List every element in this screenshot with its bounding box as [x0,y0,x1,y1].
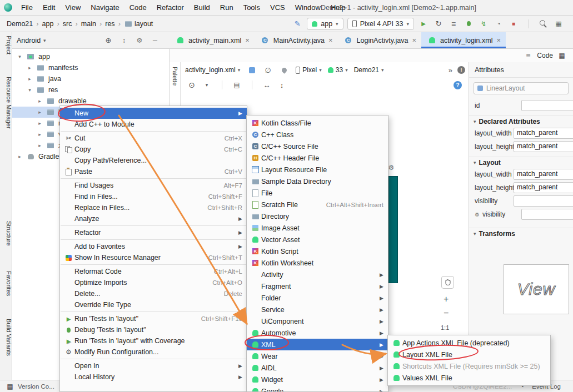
context-menu-item[interactable]: Replace in Files... Ctrl+Shift+R ▶ [60,202,247,213]
tree-item[interactable]: app [12,51,169,62]
context-menu-item[interactable]: ▶ [60,130,247,133]
zoom-in-button[interactable]: + [444,294,449,304]
context-menu-item[interactable]: Run 'Tests in 'layout'' with Coverage ▶ [60,335,247,346]
chevron-icon[interactable] [37,120,43,126]
submenu-item[interactable]: Directory ▶ [247,210,388,222]
submenu-item[interactable]: Vector Asset ▶ [247,234,388,245]
swap-h-icon[interactable] [261,79,272,91]
context-menu-item[interactable]: Add C++ to Module ▶ [60,119,247,130]
breadcrumb-item[interactable]: res [97,19,116,28]
breadcrumb-item[interactable]: main [73,19,97,28]
tool-window-button[interactable]: Favorites [0,271,12,296]
submenu-item[interactable]: App Actions XML File (deprecated) ▶ [388,337,550,349]
context-menu-item[interactable]: Override File Type ▶ [60,299,247,310]
section-transforms[interactable]: ▾ Transforms [469,228,573,239]
menubar-item[interactable]: View [60,0,86,15]
layout-file-selector[interactable]: activity_login.xml ▾ [185,66,240,74]
context-menu-item[interactable]: Find Usages Alt+F7 ▶ [60,180,247,191]
submenu-item[interactable]: XML ▶ [247,339,388,350]
context-menu-item[interactable]: Copy Ctrl+C ▶ [60,144,247,155]
submenu-item[interactable]: Kotlin Worksheet ▶ [247,257,388,269]
magnifier-icon[interactable] [538,18,549,29]
chevron-icon[interactable] [37,98,43,104]
palette-tab[interactable]: Palette [170,62,181,109]
layout-preview[interactable] [388,176,398,283]
run-configuration-selector[interactable]: app ▾ [307,18,343,30]
submenu-item[interactable]: C/C++ Header File ▶ [247,152,388,164]
zoom-ratio-button[interactable]: 1:1 [441,324,449,331]
stop-icon[interactable] [508,18,519,29]
submenu-item[interactable]: Shortcuts XML File (Requires minSdk >= 2… [388,360,550,372]
editor-tab[interactable]: LoginActivty.java × [338,32,421,48]
layers-icon[interactable] [231,79,242,91]
tree-item[interactable]: res [12,84,169,96]
context-menu-item[interactable]: Find in Files... Ctrl+Shift+F ▶ [60,191,247,202]
slash-circle-icon[interactable] [262,64,273,76]
breadcrumb-item[interactable]: app [34,19,54,28]
design-device-selector[interactable]: Pixel ▾ [296,66,322,74]
context-menu-item[interactable]: Refactor ▶ [60,227,247,238]
close-tab-icon[interactable]: × [412,36,416,44]
submenu-item[interactable]: AIDL ▶ [247,362,388,374]
gear-icon[interactable] [134,35,145,46]
menubar-item[interactable]: Edit [38,0,60,15]
code-mode-label[interactable]: Code [537,52,553,59]
submenu-item[interactable]: Automotive ▶ [247,327,388,339]
tree-item[interactable]: java [12,73,169,84]
section-layout[interactable]: ▾ Layout [469,157,573,168]
attribute-value-input[interactable] [514,195,573,207]
submenu-item[interactable]: Service ▶ [247,304,388,315]
context-menu-item[interactable]: Open In ▶ [60,360,247,371]
zoom-out-button[interactable]: − [444,308,449,318]
tool-window-button[interactable]: Project [0,36,12,54]
context-menu-item[interactable]: Show In Resource Manager Ctrl+Shift+T ▶ [60,252,247,263]
device-selector[interactable]: Pixel 4 API 33 ▾ [347,18,414,30]
attribute-value-input[interactable]: match_parent [514,128,573,139]
submenu-item[interactable]: Kotlin Script ▶ [247,245,388,257]
hide-icon[interactable] [150,35,161,46]
context-menu-item[interactable]: Paste Ctrl+V ▶ [60,166,247,177]
context-menu-item[interactable]: Optimize Imports Ctrl+Alt+O ▶ [60,277,247,288]
clock-icon[interactable] [493,18,504,29]
design-view-icon[interactable] [246,64,257,76]
version-control-label[interactable]: Version Co... [18,383,54,390]
context-menu-item[interactable]: Local History ▶ [60,371,247,383]
breadcrumb-item[interactable]: layout [116,19,155,28]
submenu-item[interactable]: Activity ▶ [247,269,388,280]
menubar-item[interactable]: Navigate [86,0,124,15]
submenu-item[interactable]: File ▶ [247,187,388,199]
play-icon[interactable] [418,18,429,29]
chevron-icon[interactable] [27,76,33,82]
submenu-item[interactable]: UiComponent ▶ [247,315,388,327]
menubar-item[interactable]: Refactor [152,0,189,15]
context-menu-item[interactable]: ▶ [60,310,247,313]
context-menu-item[interactable]: ▶ [60,177,247,180]
chevron-icon[interactable] [37,109,43,115]
swap-v-icon[interactable] [276,79,287,91]
brush-icon[interactable] [292,18,303,29]
submenu-item[interactable]: Wear ▶ [247,350,388,362]
chevron-icon[interactable] [17,54,23,59]
tree-item[interactable]: drawable [12,96,169,107]
menubar-item[interactable]: VCS [265,0,290,15]
context-menu-item[interactable]: Add to Favorites ▶ [60,241,247,252]
component-selector[interactable]: LinearLayout [474,82,569,94]
editor-tab[interactable]: activity_login.xml × [421,32,506,48]
context-menu-item[interactable]: ▶ [60,224,247,227]
submenu-item[interactable]: Fragment ▶ [247,280,388,292]
submenu-item[interactable]: Values XML File ▶ [388,372,550,384]
chevron-icon[interactable] [17,154,23,159]
editor-tab[interactable]: MainActivity.java × [255,32,338,48]
design-mode-icon[interactable] [556,50,567,61]
submenu-item[interactable]: Kotlin Class/File ▶ [247,117,388,129]
issues-icon[interactable]: ! [457,66,465,74]
submenu-item[interactable]: Sample Data Directory ▶ [247,175,388,187]
close-tab-icon[interactable]: × [496,36,501,44]
attribute-value-input[interactable]: match_parent [514,182,573,193]
color-picker-icon[interactable] [278,64,290,76]
tool-window-button[interactable]: Build Variants [0,319,12,356]
menubar-item[interactable]: Code [124,0,152,15]
chevron-icon[interactable] [37,143,43,148]
close-tab-icon[interactable]: × [245,36,250,44]
project-view-selector[interactable]: Android ▾ [17,37,46,44]
